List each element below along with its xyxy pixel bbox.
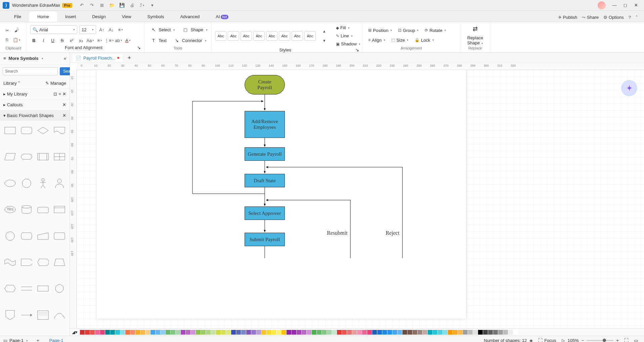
shape-parallel[interactable] xyxy=(20,282,34,295)
shape-tape[interactable] xyxy=(3,256,17,269)
color-swatch[interactable] xyxy=(276,330,281,335)
color-swatch[interactable] xyxy=(423,330,427,335)
color-swatch[interactable] xyxy=(488,330,493,335)
shape-delay[interactable] xyxy=(20,256,34,269)
color-swatch[interactable] xyxy=(156,330,160,335)
manage-button[interactable]: Manage xyxy=(50,81,66,86)
highlight-icon[interactable]: ab▾ xyxy=(115,37,122,44)
color-swatch[interactable] xyxy=(433,330,437,335)
fill-dropper-icon[interactable]: ◢▾ xyxy=(72,330,78,335)
color-swatch[interactable] xyxy=(266,330,271,335)
callouts-item[interactable]: Callouts xyxy=(7,102,23,107)
style-thumb[interactable]: Abc xyxy=(215,31,226,41)
callouts-close-icon[interactable]: ✕ xyxy=(62,102,66,107)
color-swatch[interactable] xyxy=(140,330,145,335)
color-swatch[interactable] xyxy=(231,330,236,335)
color-swatch[interactable] xyxy=(191,330,196,335)
save-icon[interactable]: 💾 xyxy=(119,3,125,8)
basic-shapes-item[interactable]: Basic Flowchart Shapes xyxy=(7,113,54,118)
shape-database[interactable] xyxy=(20,203,34,216)
print-icon[interactable]: 🖨 xyxy=(129,3,135,8)
color-swatch[interactable] xyxy=(271,330,276,335)
zoom-slider[interactable] xyxy=(587,340,613,341)
page-layout-icon[interactable]: ▭ xyxy=(3,338,7,342)
color-swatch[interactable] xyxy=(372,330,377,335)
color-swatch[interactable] xyxy=(493,330,498,335)
color-swatch[interactable] xyxy=(130,330,135,335)
strike-icon[interactable]: S xyxy=(58,37,66,44)
collapse-ribbon-icon[interactable]: ˄ xyxy=(636,15,638,20)
page-tab[interactable]: Page-1 xyxy=(49,338,63,342)
color-swatch[interactable] xyxy=(120,330,125,335)
color-swatch[interactable] xyxy=(251,330,256,335)
tab-advanced[interactable]: Advanced xyxy=(172,11,208,22)
color-swatch[interactable] xyxy=(171,330,175,335)
color-swatch[interactable] xyxy=(307,330,311,335)
bold-icon[interactable]: B xyxy=(30,37,38,44)
library-label[interactable]: Library xyxy=(3,81,17,86)
style-thumb[interactable]: Abc xyxy=(292,31,303,41)
color-swatch[interactable] xyxy=(402,330,407,335)
color-swatch[interactable] xyxy=(221,330,226,335)
color-swatch[interactable] xyxy=(95,330,100,335)
color-swatch[interactable] xyxy=(458,330,463,335)
tab-ai[interactable]: AIhot xyxy=(208,11,237,22)
add-tab-button[interactable]: + xyxy=(127,54,131,62)
color-swatch[interactable] xyxy=(282,330,286,335)
color-swatch[interactable] xyxy=(211,330,216,335)
color-swatch[interactable] xyxy=(166,330,170,335)
copy-icon[interactable]: ⎘ xyxy=(3,36,11,44)
tab-symbols[interactable]: Symbols xyxy=(139,11,172,22)
format-painter-icon[interactable]: 🖌 xyxy=(13,27,20,34)
shape-rect[interactable] xyxy=(3,124,17,137)
style-thumb[interactable]: Abc xyxy=(241,31,252,41)
color-swatch[interactable] xyxy=(90,330,95,335)
zoom-in-button[interactable]: + xyxy=(616,338,619,342)
flowchart-node-add[interactable]: Add/RemoveEmployees xyxy=(245,111,285,138)
user-avatar[interactable] xyxy=(598,1,606,9)
more-icon[interactable]: ▾ xyxy=(149,3,155,8)
shape-arrow[interactable] xyxy=(20,309,34,321)
help-icon[interactable]: ? xyxy=(629,15,631,20)
case-icon[interactable]: Aa▾ xyxy=(87,37,94,44)
color-swatch[interactable] xyxy=(407,330,412,335)
shape-ellipse[interactable] xyxy=(3,177,17,190)
style-thumb[interactable]: Abc xyxy=(304,31,316,41)
underline-icon[interactable]: U xyxy=(49,37,56,44)
color-swatch[interactable] xyxy=(322,330,327,335)
layers-icon[interactable]: ◈ xyxy=(529,338,533,342)
more-symbols-title[interactable]: More Symbols xyxy=(9,56,39,61)
color-swatch[interactable] xyxy=(468,330,473,335)
tab-view[interactable]: View xyxy=(114,11,139,22)
replace-shape-icon[interactable]: ⇄ xyxy=(473,25,478,33)
flowchart-node-gen[interactable]: Generate Payroll xyxy=(245,147,285,161)
shape-note[interactable] xyxy=(36,309,50,321)
undo-icon[interactable]: ↶ xyxy=(79,3,84,8)
color-swatch[interactable] xyxy=(503,330,508,335)
shape-terminator[interactable] xyxy=(20,150,34,163)
shape-diamond[interactable] xyxy=(36,124,50,137)
minimize-button[interactable]: — xyxy=(609,0,620,11)
superscript-icon[interactable]: x² xyxy=(68,37,75,44)
shape-circle[interactable] xyxy=(20,177,34,190)
shape-parallelogram[interactable] xyxy=(3,150,17,163)
color-swatch[interactable] xyxy=(196,330,201,335)
shape-manual-input[interactable] xyxy=(36,230,50,242)
shadow-button[interactable]: ▣ Shadow▾ xyxy=(334,40,362,47)
lib-close-icon[interactable]: ✕ xyxy=(62,91,66,97)
fill-button[interactable]: ◆ Fill▾ xyxy=(334,24,362,31)
close-button[interactable]: ✕ xyxy=(631,0,641,11)
font-color-icon[interactable]: A▾ xyxy=(124,37,132,44)
color-swatch[interactable] xyxy=(387,330,392,335)
align-icon[interactable]: ≡▾ xyxy=(117,26,124,33)
floating-ai-button[interactable]: ✦ xyxy=(621,80,637,96)
color-swatch[interactable] xyxy=(337,330,342,335)
shape-rect2[interactable] xyxy=(36,282,50,295)
color-swatch[interactable] xyxy=(181,330,185,335)
connector-tool[interactable]: ↘Connector▾ xyxy=(171,36,209,45)
style-thumb[interactable]: Abc xyxy=(253,31,265,41)
styles-down-icon[interactable]: ▾ xyxy=(320,37,328,44)
color-swatch[interactable] xyxy=(327,330,332,335)
color-swatch[interactable] xyxy=(382,330,387,335)
shape-hexagon[interactable] xyxy=(3,282,17,295)
